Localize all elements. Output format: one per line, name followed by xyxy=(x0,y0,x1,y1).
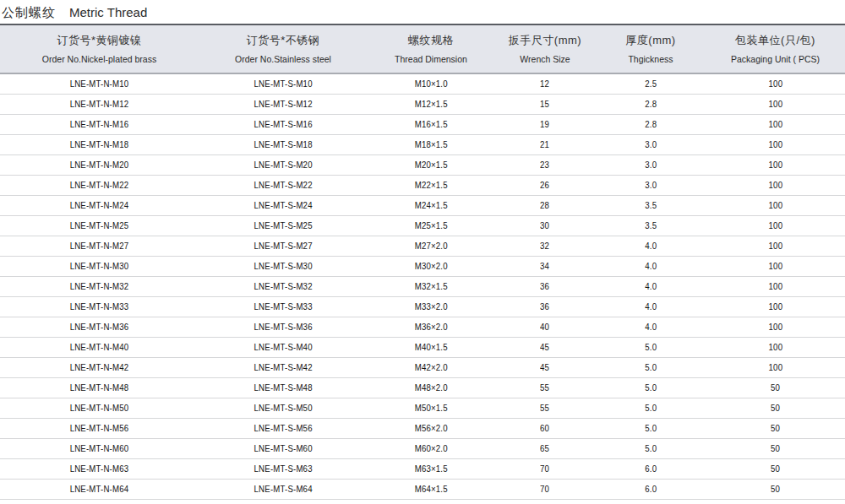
cell-order-nickel-brass: LNE-MT-N-M22 xyxy=(0,175,199,195)
table-header-row: 订货号*黄铜镀镍 Order No.Nickel-plated brass 订货… xyxy=(0,24,845,73)
cell-thread-dimension: M32×1.5 xyxy=(368,276,494,296)
cell-text: 100 xyxy=(768,79,782,89)
cell-text: 100 xyxy=(768,281,782,291)
cell-order-stainless: LNE-MT-S-M63 xyxy=(199,458,368,479)
cell-wrench-size: 40 xyxy=(494,317,596,337)
cell-text: 4.0 xyxy=(645,241,657,251)
cell-wrench-size: 32 xyxy=(494,236,596,256)
cell-order-stainless: LNE-MT-S-M24 xyxy=(199,195,368,215)
cell-text: 60 xyxy=(540,423,549,433)
cell-text: 4.0 xyxy=(645,281,657,291)
cell-packaging-unit: 50 xyxy=(706,398,845,418)
cell-thickness: 5.0 xyxy=(596,337,706,357)
cell-text: 5.0 xyxy=(645,403,657,413)
cell-thread-dimension: M25×1.5 xyxy=(368,215,494,236)
cell-order-stainless: LNE-MT-S-M16 xyxy=(199,114,368,134)
cell-text: 2.8 xyxy=(645,119,657,129)
cell-text: 100 xyxy=(768,342,782,352)
cell-thread-dimension: M60×2.0 xyxy=(368,438,494,458)
cell-thickness: 3.0 xyxy=(596,175,706,195)
cell-text: LNE-MT-N-M48 xyxy=(70,382,129,393)
cell-thickness: 2.5 xyxy=(596,73,706,94)
cell-thread-dimension: M56×2.0 xyxy=(368,418,494,438)
cell-text: LNE-MT-N-M32 xyxy=(70,281,129,291)
cell-order-stainless: LNE-MT-S-M32 xyxy=(199,276,368,296)
cell-packaging-unit: 100 xyxy=(706,276,845,296)
cell-text: 100 xyxy=(768,200,782,210)
cell-text: LNE-MT-S-M50 xyxy=(254,403,312,413)
cell-text: 50 xyxy=(771,443,780,453)
cell-thickness: 4.0 xyxy=(596,256,706,276)
cell-text: LNE-MT-N-M33 xyxy=(70,301,129,312)
cell-packaging-unit: 100 xyxy=(706,337,845,357)
cell-packaging-unit: 50 xyxy=(706,479,845,499)
cell-thread-dimension: M10×1.0 xyxy=(368,73,494,94)
cell-order-nickel-brass: LNE-MT-N-M12 xyxy=(0,94,199,114)
cell-order-stainless: LNE-MT-S-M10 xyxy=(199,73,368,94)
cell-thickness: 4.0 xyxy=(596,317,706,337)
cell-order-nickel-brass: LNE-MT-N-M16 xyxy=(0,114,199,134)
cell-text: LNE-MT-S-M36 xyxy=(254,322,312,332)
page-title-en: Metric Thread xyxy=(69,5,147,19)
table-row: LNE-MT-N-M25 LNE-MT-S-M25 M25×1.5 30 3.5… xyxy=(0,215,845,236)
cell-wrench-size: 28 xyxy=(494,195,596,215)
column-header-zh: 订货号*不锈钢 xyxy=(199,33,368,48)
table-row: LNE-MT-N-M10 LNE-MT-S-M10 M10×1.0 12 2.5… xyxy=(0,73,845,94)
column-header-en: Thgickness xyxy=(596,54,706,64)
cell-text: LNE-MT-S-M27 xyxy=(254,241,312,251)
cell-text: M24×1.5 xyxy=(414,200,447,210)
cell-packaging-unit: 100 xyxy=(706,357,845,377)
cell-order-stainless: LNE-MT-S-M27 xyxy=(199,236,368,256)
cell-packaging-unit: 50 xyxy=(706,438,845,458)
cell-wrench-size: 70 xyxy=(494,479,596,499)
cell-wrench-size: 36 xyxy=(494,296,596,317)
cell-thickness: 5.0 xyxy=(596,357,706,377)
cell-order-stainless: LNE-MT-S-M64 xyxy=(199,479,368,499)
cell-text: LNE-MT-S-M64 xyxy=(254,484,312,494)
cell-thread-dimension: M42×2.0 xyxy=(368,357,494,377)
cell-order-nickel-brass: LNE-MT-N-M50 xyxy=(0,398,199,418)
cell-text: 28 xyxy=(540,200,549,210)
cell-text: LNE-MT-S-M33 xyxy=(254,301,312,312)
cell-text: M40×1.5 xyxy=(414,342,447,352)
cell-order-nickel-brass: LNE-MT-N-M60 xyxy=(0,438,199,458)
cell-text: M27×2.0 xyxy=(414,241,447,251)
column-header-packaging-unit: 包装单位(只/包) Packaging Unit ( PCS) xyxy=(706,24,845,73)
cell-thread-dimension: M63×1.5 xyxy=(368,458,494,479)
cell-text: LNE-MT-S-M24 xyxy=(254,200,312,210)
cell-text: 50 xyxy=(771,423,780,433)
cell-order-stainless: LNE-MT-S-M33 xyxy=(199,296,368,317)
cell-order-nickel-brass: LNE-MT-N-M18 xyxy=(0,134,199,154)
cell-order-stainless: LNE-MT-S-M20 xyxy=(199,154,368,175)
cell-thread-dimension: M27×2.0 xyxy=(368,236,494,256)
cell-text: M30×2.0 xyxy=(414,261,447,271)
table-row: LNE-MT-N-M12 LNE-MT-S-M12 M12×1.5 15 2.8… xyxy=(0,94,845,114)
column-header-zh: 厚度(mm) xyxy=(596,33,706,48)
table-row: LNE-MT-N-M63 LNE-MT-S-M63 M63×1.5 70 6.0… xyxy=(0,458,845,479)
cell-wrench-size: 55 xyxy=(494,398,596,418)
cell-text: LNE-MT-N-M25 xyxy=(70,220,129,230)
cell-text: LNE-MT-S-M16 xyxy=(254,119,312,129)
cell-thickness: 3.0 xyxy=(596,134,706,154)
cell-order-nickel-brass: LNE-MT-N-M27 xyxy=(0,236,199,256)
cell-text: LNE-MT-N-M12 xyxy=(70,99,129,109)
cell-text: 45 xyxy=(540,362,549,372)
cell-text: 55 xyxy=(540,403,549,413)
table-row: LNE-MT-N-M42 LNE-MT-S-M42 M42×2.0 45 5.0… xyxy=(0,357,845,377)
cell-wrench-size: 23 xyxy=(494,154,596,175)
cell-text: M42×2.0 xyxy=(414,362,447,372)
cell-order-nickel-brass: LNE-MT-N-M10 xyxy=(0,73,199,94)
cell-packaging-unit: 100 xyxy=(706,134,845,154)
cell-text: 3.5 xyxy=(645,220,657,230)
column-header-wrench-size: 扳手尺寸(mm) Wrench Size xyxy=(494,24,596,73)
metric-thread-table: 订货号*黄铜镀镍 Order No.Nickel-plated brass 订货… xyxy=(0,24,845,500)
table-row: LNE-MT-N-M32 LNE-MT-S-M32 M32×1.5 36 4.0… xyxy=(0,276,845,296)
cell-text: LNE-MT-S-M40 xyxy=(254,342,312,352)
cell-wrench-size: 65 xyxy=(494,438,596,458)
cell-packaging-unit: 50 xyxy=(706,418,845,438)
cell-packaging-unit: 100 xyxy=(706,195,845,215)
cell-text: LNE-MT-N-M18 xyxy=(70,139,129,149)
cell-text: 100 xyxy=(768,241,782,251)
cell-text: 100 xyxy=(768,362,782,372)
cell-thickness: 4.0 xyxy=(596,296,706,317)
